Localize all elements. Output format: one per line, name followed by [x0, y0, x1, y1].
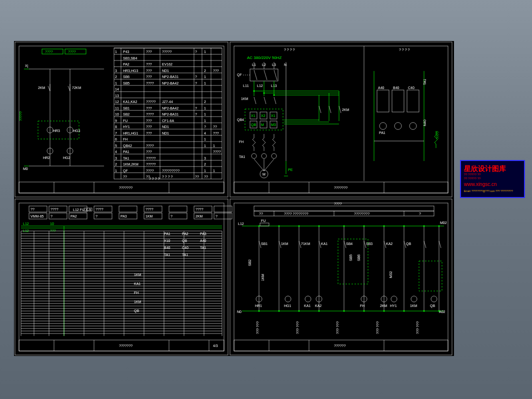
svg-text:2KM: 2KM	[196, 214, 203, 218]
svg-text:X1: X1	[271, 114, 276, 118]
svg-text:1: 1	[115, 50, 117, 54]
watermark-box: 星欣设计图库 ?? ????? ?? ?? ????? ?? www.xings…	[460, 160, 525, 198]
tr-sec2: ? ? ? ?	[399, 48, 410, 52]
svg-text:M3: M3	[271, 123, 276, 126]
svg-text:X|: X|	[25, 64, 28, 68]
svg-text:1: 1	[204, 169, 206, 172]
svg-point-401	[424, 226, 425, 227]
svg-text:?: ?	[195, 50, 197, 54]
svg-text:X2: X2	[261, 114, 266, 118]
svg-rect-350	[254, 211, 434, 216]
svg-point-427	[391, 296, 397, 302]
svg-text:8: 8	[115, 125, 117, 128]
svg-text:FH: FH	[134, 291, 138, 294]
svg-text:CF1-6A: CF1-6A	[162, 119, 174, 122]
svg-text:3: 3	[115, 69, 117, 72]
svg-point-371	[298, 226, 300, 227]
svg-rect-349	[254, 206, 434, 211]
svg-point-417	[285, 296, 291, 302]
svg-text:QB: QB	[406, 242, 411, 246]
tr-2km: 2KM	[342, 108, 350, 112]
svg-point-202	[262, 154, 266, 158]
svg-point-173	[254, 90, 255, 92]
svg-text:10: 10	[115, 112, 119, 116]
svg-text:M32: M32	[389, 271, 392, 278]
br-titleblock: ??????	[334, 344, 346, 348]
svg-text:??? ???: ??? ???	[296, 322, 300, 334]
br-a02: A02	[439, 310, 446, 314]
svg-text:??: ??	[195, 175, 199, 178]
svg-text:FU: FU	[123, 119, 128, 122]
bl-titleblock: ???????	[119, 344, 132, 348]
svg-text:????: ????	[146, 208, 154, 211]
svg-text:??: ??	[123, 175, 127, 178]
tr-fh: FH	[239, 140, 244, 144]
svg-text:???: ???	[146, 125, 152, 128]
svg-text:FH: FH	[360, 304, 364, 308]
svg-text:?: ?	[204, 125, 206, 128]
svg-text:1: 1	[213, 144, 215, 148]
bom-footer: ? ? ? ?	[149, 177, 160, 180]
svg-text:3: 3	[115, 156, 117, 160]
svg-text:2KM: 2KM	[380, 304, 388, 308]
br-l12: L12	[238, 222, 244, 226]
svg-text:FH: FH	[123, 138, 128, 141]
svg-line-13	[48, 86, 50, 91]
svg-text:???: ???	[146, 62, 152, 66]
svg-text:2: 2	[115, 162, 117, 166]
svg-text:???: ???	[146, 106, 152, 110]
svg-text:1: 1	[204, 144, 206, 148]
svg-text:??: ??	[204, 175, 208, 178]
svg-text:SB2: SB2	[248, 260, 252, 266]
svg-text:HY1: HY1	[390, 304, 397, 308]
svg-point-361	[258, 226, 260, 227]
svg-point-220	[380, 122, 386, 130]
svg-line-196	[329, 106, 331, 113]
svg-text:PA3: PA3	[200, 232, 206, 236]
panel-top-right: ? ? ? ? ? ? ? ? AC 380/220V 50HZ L1 L2 L…	[230, 42, 452, 197]
svg-text:????: ????	[146, 112, 154, 116]
svg-text:3: 3	[204, 156, 206, 160]
svg-text:????: ????	[196, 208, 204, 211]
svg-line-403	[424, 241, 426, 248]
svg-text:1: 1	[204, 119, 206, 122]
svg-text:?: ?	[170, 214, 172, 218]
svg-text:1KM: 1KM	[134, 300, 142, 304]
svg-text:1: 1	[115, 82, 117, 85]
svg-line-197	[339, 106, 341, 113]
svg-text:L2: L2	[262, 63, 266, 66]
cad-viewport[interactable]: ???? ???? X| M0 2KM 72KM ????? HR3 HG3 H…	[14, 41, 454, 356]
svg-text:ND1: ND1	[162, 132, 169, 135]
svg-text:???: ???	[213, 69, 219, 72]
tr-titleblock: ???????	[334, 186, 348, 190]
svg-text:N: N	[284, 63, 286, 66]
panel-bottom-right: ???? ?? ???? ???????? ???????? ? L12 FU …	[230, 199, 452, 355]
svg-text:?????: ?????	[162, 50, 172, 54]
svg-text:QB: QB	[251, 123, 256, 127]
svg-text:????: ????	[50, 208, 58, 211]
svg-text:2: 2	[204, 69, 206, 72]
svg-rect-0	[15, 42, 228, 197]
svg-text:SB6: SB6	[357, 254, 360, 261]
tl-titleblock: ???????	[119, 186, 132, 190]
svg-text:NP2-BA42: NP2-BA42	[162, 82, 178, 85]
svg-rect-230	[15, 199, 228, 355]
svg-text:N40: N40	[423, 120, 426, 126]
svg-text:11: 11	[115, 106, 119, 110]
bom-table: 1P43?????????1SB3,SB4PA2???EV1623HR3,HG3…	[114, 48, 222, 179]
svg-text:L12: L12	[257, 84, 263, 88]
tr-1km: 1KM	[241, 97, 248, 100]
svg-text:1: 1	[204, 106, 206, 110]
svg-point-175	[274, 94, 275, 96]
svg-text:KA1,KA2: KA1,KA2	[123, 100, 138, 104]
svg-text:10: 10	[50, 222, 54, 226]
svg-text:L1: L1	[252, 63, 256, 66]
tl-hdr1: ????	[45, 50, 53, 54]
svg-text:A40: A40	[378, 86, 384, 90]
br-fu: FU	[261, 219, 266, 222]
watermark-title: 星欣设计图库	[464, 164, 521, 173]
svg-text:PA1: PA1	[123, 150, 130, 154]
svg-text:?: ?	[50, 214, 52, 218]
svg-text:??? ???: ??? ???	[416, 322, 420, 334]
svg-rect-212	[377, 90, 389, 112]
